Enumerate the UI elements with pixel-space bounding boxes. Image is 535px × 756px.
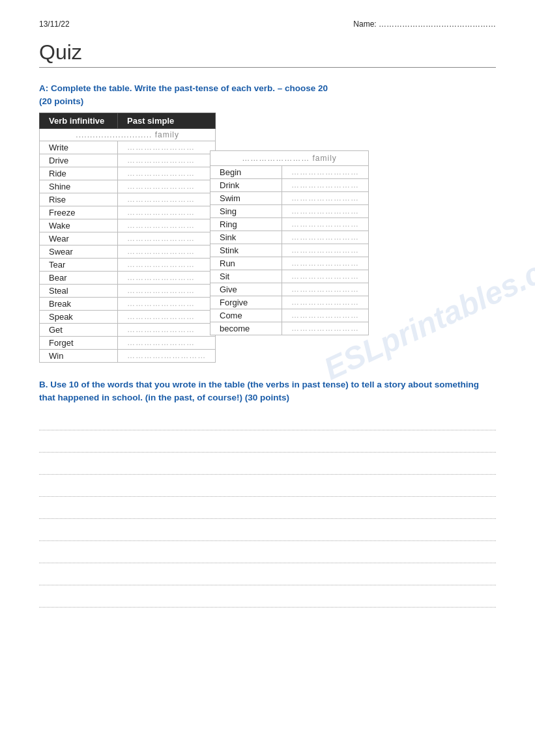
table-row: Win………….…………… [40, 349, 216, 362]
past-cell: ………….…………… [118, 349, 216, 362]
table-row: Swear…………………… [40, 245, 216, 258]
past-cell: …………………… [118, 193, 216, 206]
table-row: Sit…………………… [210, 270, 369, 283]
verb-table-1: Verb infinitive Past simple ............… [39, 113, 216, 363]
date-label: 13/11/22 [39, 20, 70, 29]
past-cell: …………………… [118, 154, 216, 167]
table-row: Ride…………………… [40, 167, 216, 180]
table-row: Shine…………………… [40, 180, 216, 193]
past-cell: …………………… [118, 323, 216, 336]
past-cell: …………………… [118, 284, 216, 297]
past-cell: …………………… [282, 165, 369, 178]
verb-cell: Drive [40, 154, 118, 167]
past-cell: …………………… [118, 167, 216, 180]
table-row: Come…………………… [210, 309, 369, 322]
writing-line[interactable] [39, 523, 496, 541]
writing-line[interactable] [39, 567, 496, 585]
verb-cell: Freeze [40, 206, 118, 219]
section-a-instruction: A: Complete the table. Write the past-te… [39, 82, 496, 109]
table-row: Run…………………… [210, 257, 369, 270]
past-cell: …………………… [282, 283, 369, 296]
past-cell: …………………… [282, 178, 369, 191]
verb-cell: Tear [40, 258, 118, 271]
verb-cell: Forget [40, 336, 118, 349]
writing-line[interactable] [39, 589, 496, 608]
table-row: Ring…………………… [210, 217, 369, 231]
past-cell: …………………… [118, 245, 216, 258]
past-cell: …………………… [118, 336, 216, 349]
table-row: Rise…………………… [40, 193, 216, 206]
table-row: Get…………………… [40, 323, 216, 336]
table-row: Forget…………………… [40, 336, 216, 349]
verb-cell: Stink [210, 244, 282, 257]
section-b-instruction: B. Use 10 of the words that you wrote in… [39, 378, 496, 405]
verb-cell: Win [40, 349, 118, 362]
writing-line[interactable] [39, 545, 496, 563]
verb-cell: Ride [40, 167, 118, 180]
title-divider [39, 67, 496, 68]
past-cell: …………………… [118, 180, 216, 193]
past-cell: …………………… [282, 204, 369, 217]
past-cell: …………………… [118, 271, 216, 284]
table-row: Wake…………………… [40, 219, 216, 232]
writing-line[interactable] [39, 479, 496, 497]
table-row: Stink…………………… [210, 244, 369, 257]
quiz-title: Quiz [39, 40, 496, 64]
writing-line[interactable] [39, 434, 496, 453]
past-cell: …………………… [282, 191, 369, 204]
table-row: Write…………………… [40, 141, 216, 154]
past-cell: …………………… [282, 322, 369, 335]
section-b: B. Use 10 of the words that you wrote in… [39, 378, 496, 608]
table-row: Drive…………………… [40, 154, 216, 167]
past-cell: …………………… [282, 309, 369, 322]
past-cell: …………………… [118, 297, 216, 310]
past-cell: …………………… [118, 219, 216, 232]
past-cell: …………………… [118, 141, 216, 154]
verb-cell: Get [40, 323, 118, 336]
verb-cell: Drink [210, 178, 282, 191]
table-row: Drink…………………… [210, 178, 369, 191]
verb-cell: Give [210, 283, 282, 296]
verb-cell: Come [210, 309, 282, 322]
verb-cell: Sing [210, 204, 282, 217]
table-row: Bear…………………… [40, 271, 216, 284]
verb-cell: Rise [40, 193, 118, 206]
tables-wrapper: Verb infinitive Past simple ............… [39, 113, 496, 363]
table-row: Sink…………………… [210, 231, 369, 244]
family-row-1: ........................... family [40, 128, 216, 141]
verb-cell: Sink [210, 231, 282, 244]
verb-cell: Break [40, 297, 118, 310]
table-row: Speak…………………… [40, 310, 216, 323]
col2-header: Past simple [118, 113, 216, 128]
page-container: ESLprintables.com 13/11/22 Name: …………………… [39, 20, 496, 608]
header-row: 13/11/22 Name: ……………………………………… [39, 20, 496, 29]
writing-line[interactable] [39, 412, 496, 430]
writing-lines [39, 412, 496, 608]
table-row: become…………………… [210, 322, 369, 335]
table-row: Forgive…………………… [210, 296, 369, 309]
verb-cell: Ring [210, 217, 282, 231]
second-table-wrap: …………………… family Begin……………………Drink………………… [210, 150, 369, 335]
table-row: Steal…………………… [40, 284, 216, 297]
past-cell: …………………… [282, 270, 369, 283]
past-cell: …………………… [118, 258, 216, 271]
verb-cell: Run [210, 257, 282, 270]
verb-cell: Wear [40, 232, 118, 245]
writing-line[interactable] [39, 501, 496, 519]
family-label-2: …………………… family [210, 150, 369, 165]
verb-cell: Swear [40, 245, 118, 258]
table-row: Give…………………… [210, 283, 369, 296]
writing-line[interactable] [39, 456, 496, 475]
past-cell: …………………… [282, 257, 369, 270]
past-cell: …………………… [118, 310, 216, 323]
verb-cell: Bear [40, 271, 118, 284]
table-row: Freeze…………………… [40, 206, 216, 219]
verb-cell: Steal [40, 284, 118, 297]
verb-cell: become [210, 322, 282, 335]
family-label-1: ........................... family [40, 128, 216, 141]
verb-cell: Write [40, 141, 118, 154]
table-row: Swim…………………… [210, 191, 369, 204]
family-row-2: …………………… family [210, 150, 369, 165]
table-row: Wear…………………… [40, 232, 216, 245]
col1-header: Verb infinitive [40, 113, 118, 128]
